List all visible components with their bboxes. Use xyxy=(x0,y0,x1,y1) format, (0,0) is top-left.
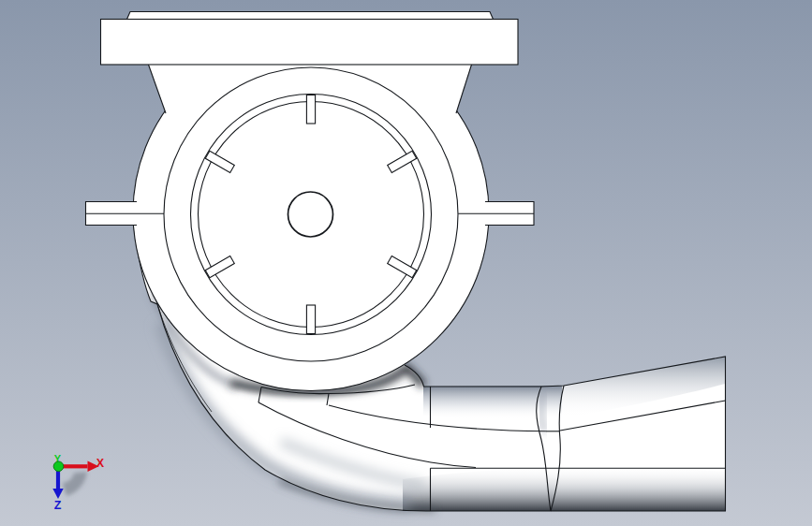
impeller-blade[interactable] xyxy=(306,305,315,334)
z-axis-label: Z xyxy=(54,499,62,512)
top-flange[interactable] xyxy=(101,20,519,66)
triad-origin-ball[interactable] xyxy=(53,461,64,472)
model-view-canvas[interactable]: Y X Z xyxy=(0,0,812,526)
x-axis-label: X xyxy=(96,457,105,470)
cad-viewport[interactable]: Y X Z xyxy=(0,0,812,526)
shaft-hub[interactable] xyxy=(288,192,333,237)
flange-back-strip[interactable] xyxy=(127,12,494,20)
impeller-blade[interactable] xyxy=(306,95,315,124)
